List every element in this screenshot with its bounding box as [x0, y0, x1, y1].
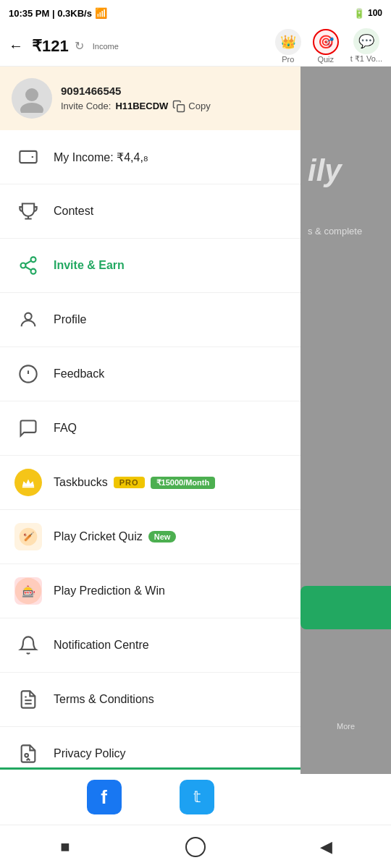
- svg-point-9: [25, 313, 31, 320]
- facebook-icon: f: [101, 786, 107, 809]
- header-amount: ₹121: [32, 37, 69, 56]
- menu-item-terms[interactable]: Terms & Conditions: [0, 673, 300, 727]
- network-icon: 📶: [95, 7, 107, 19]
- menu-item-notification[interactable]: Notification Centre: [0, 618, 300, 673]
- status-right: 🔋 100: [353, 8, 382, 19]
- svg-point-5: [21, 263, 26, 268]
- bottom-nav: ■ ◀: [0, 825, 391, 868]
- prediction-icon: 🎰: [14, 577, 42, 605]
- user-section: 9091466545 Invite Code: H11BECDW Copy: [0, 67, 300, 130]
- menu-item-faq[interactable]: FAQ: [0, 401, 300, 456]
- copy-label: Copy: [188, 101, 210, 111]
- terms-label: Terms & Conditions: [54, 693, 286, 706]
- my-income-label: My Income: ₹4,4,₈: [54, 150, 286, 164]
- invite-earn-label: Invite & Earn: [54, 259, 286, 272]
- header-nav: 👑 Pro 🎯 Quiz 💬 t ₹1 Vo...: [275, 28, 382, 64]
- status-time-speed: 10:35 PM | 0.3KB/s 📶: [9, 7, 107, 19]
- bg-text-complete: s & complete: [308, 226, 362, 237]
- home-icon: ■: [60, 838, 70, 856]
- svg-text:🏏: 🏏: [23, 531, 35, 542]
- battery-percent: 100: [368, 8, 382, 18]
- nav-pro[interactable]: 👑 Pro: [275, 29, 301, 64]
- svg-rect-13: [22, 487, 35, 488]
- menu-item-feedback[interactable]: Feedback: [0, 347, 300, 401]
- svg-point-6: [31, 269, 36, 274]
- voice-icon: 💬: [358, 33, 374, 49]
- menu-item-cricket-quiz[interactable]: 🏏 Play Cricket Quiz New: [0, 510, 300, 564]
- svg-point-0: [25, 88, 38, 101]
- back-button-nav[interactable]: ◀: [313, 834, 339, 860]
- invite-row: Invite Code: H11BECDW Copy: [61, 100, 289, 113]
- wallet-icon: [14, 143, 42, 171]
- nav-voice-label: t ₹1 Vo...: [350, 54, 382, 64]
- menu-item-contest[interactable]: Contest: [0, 184, 300, 239]
- status-bar: 10:35 PM | 0.3KB/s 📶 🔋 100: [0, 0, 391, 26]
- menu-item-my-income[interactable]: My Income: ₹4,4,₈: [0, 130, 300, 184]
- header-left: ← ₹121 ↻ Income: [9, 37, 119, 56]
- new-badge: New: [148, 531, 177, 542]
- crown-icon: [14, 469, 42, 496]
- share-icon: [14, 252, 42, 279]
- cricket-icon: 🏏: [14, 523, 42, 550]
- home-button[interactable]: ■: [52, 834, 78, 860]
- back-icon: ◀: [320, 838, 332, 856]
- chat-icon: [14, 414, 42, 442]
- menu-item-prediction[interactable]: 🎰 Play Prediction & Win: [0, 564, 300, 618]
- menu-item-profile[interactable]: Profile: [0, 293, 300, 347]
- notification-label: Notification Centre: [54, 639, 286, 652]
- nav-quiz[interactable]: 🎯 Quiz: [313, 29, 339, 64]
- profile-label: Profile: [54, 313, 286, 326]
- income-label: Income: [93, 42, 119, 51]
- feedback-label: Feedback: [54, 367, 286, 380]
- privacy-label: Privacy Policy: [54, 747, 286, 760]
- battery-display: 🔋: [353, 8, 365, 19]
- nav-quiz-label: Quiz: [317, 55, 334, 64]
- svg-rect-2: [177, 104, 185, 111]
- person-icon: [14, 306, 42, 333]
- privacy-icon: [14, 740, 42, 767]
- svg-rect-3: [20, 151, 36, 163]
- twitter-icon: 𝕥: [193, 788, 201, 807]
- overlay-background: ily s & complete More: [300, 67, 391, 774]
- twitter-button[interactable]: 𝕥: [180, 780, 214, 814]
- green-cta-button[interactable]: [300, 586, 391, 629]
- svg-point-20: [25, 754, 28, 757]
- bell-icon: [14, 631, 42, 659]
- user-phone: 9091466545: [61, 85, 289, 97]
- cricket-badge-row: Play Cricket Quiz New: [54, 530, 176, 543]
- taskbucks-label: Taskbucks: [54, 476, 108, 489]
- invite-code-label: Invite Code:: [61, 101, 111, 111]
- cricket-quiz-label: Play Cricket Quiz: [54, 530, 143, 543]
- circle-icon: [185, 837, 206, 857]
- avatar: [12, 78, 52, 119]
- copy-button[interactable]: Copy: [172, 100, 210, 113]
- bg-text-daily: ily: [308, 153, 342, 188]
- circle-button[interactable]: [182, 834, 209, 860]
- svg-point-1: [20, 103, 43, 113]
- pro-badge: PRO: [114, 477, 145, 488]
- faq-label: FAQ: [54, 422, 286, 435]
- menu-item-invite-earn[interactable]: Invite & Earn: [0, 239, 300, 293]
- user-info: 9091466545 Invite Code: H11BECDW Copy: [61, 85, 289, 113]
- svg-point-4: [31, 257, 36, 262]
- svg-line-8: [25, 261, 31, 265]
- back-button[interactable]: ←: [9, 38, 23, 54]
- menu-item-taskbucks[interactable]: Taskbucks PRO ₹15000/Month: [0, 456, 300, 510]
- svg-line-7: [25, 267, 31, 271]
- refresh-icon[interactable]: ↻: [75, 39, 84, 53]
- facebook-button[interactable]: f: [87, 780, 122, 814]
- pro-icon: 👑: [280, 34, 296, 50]
- prediction-label: Play Prediction & Win: [54, 584, 286, 597]
- time-display: 10:35 PM | 0.3KB/s: [9, 8, 92, 19]
- nav-voice[interactable]: 💬 t ₹1 Vo...: [350, 28, 382, 64]
- sidebar-drawer: 9091466545 Invite Code: H11BECDW Copy: [0, 67, 300, 774]
- more-label: More: [337, 722, 355, 731]
- social-bar: f 𝕥: [0, 767, 300, 825]
- document-icon: [14, 686, 42, 713]
- month-badge: ₹15000/Month: [151, 477, 216, 489]
- quiz-icon: 🎯: [318, 34, 334, 50]
- taskbucks-badge-row: Taskbucks PRO ₹15000/Month: [54, 476, 215, 489]
- invite-code-value: H11BECDW: [115, 101, 168, 111]
- header: ← ₹121 ↻ Income 👑 Pro 🎯 Quiz 💬 t ₹1 Vo..…: [0, 26, 391, 67]
- contest-label: Contest: [54, 205, 286, 218]
